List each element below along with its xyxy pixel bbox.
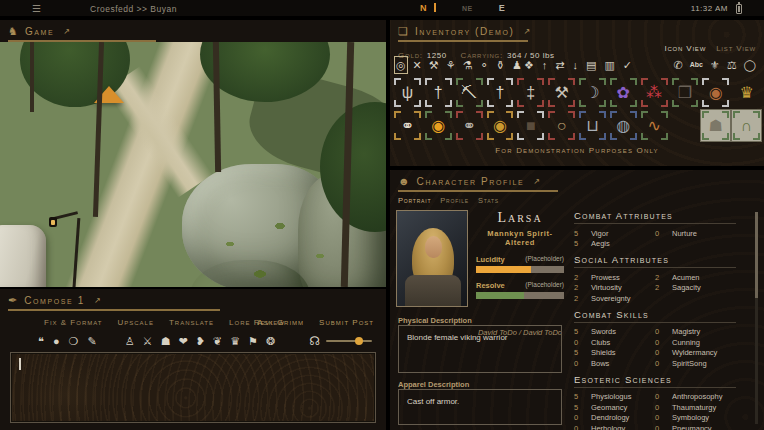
inventory-item-silver-tankard[interactable]: ⊔: [577, 109, 608, 142]
tab-portrait[interactable]: Portrait: [398, 196, 431, 205]
globe-icon[interactable]: ❂: [266, 334, 275, 348]
inventory-item-round-shield[interactable]: ◍: [608, 109, 639, 142]
filter-all-icon[interactable]: ◎: [396, 58, 406, 72]
physical-description-box[interactable]: Blonde female viking warrior: [398, 325, 562, 373]
inventory-item-crocus-flowers[interactable]: ✿: [608, 76, 639, 109]
menu-item-translate[interactable]: Translate: [169, 318, 214, 327]
crown-icon[interactable]: ♛: [230, 334, 240, 348]
gold-crown-glyph: ♛: [739, 85, 753, 101]
menu-item-fix-format[interactable]: Fix & Format: [44, 318, 102, 327]
stat-value: 2: [655, 283, 672, 292]
inventory-expand-icon[interactable]: ↗: [524, 27, 531, 36]
shield-icon[interactable]: ☗: [161, 334, 171, 348]
inventory-item-sling-stones[interactable]: ⚭: [454, 109, 485, 142]
inventory-item-green-hood[interactable]: ∩: [731, 109, 762, 142]
speech-bubble-icon[interactable]: ❍: [69, 334, 79, 348]
game-expand-icon[interactable]: ↗: [63, 27, 70, 36]
inspect-icon[interactable]: ✆: [673, 58, 682, 72]
compass-point-e[interactable]: E: [499, 3, 506, 13]
tone-slider[interactable]: [326, 340, 372, 342]
inventory-item-linen-tunic[interactable]: ☗: [700, 109, 731, 142]
view-option-list-view[interactable]: List View: [716, 44, 756, 53]
view-option-icon-view[interactable]: Icon View: [664, 44, 706, 53]
quote-icon[interactable]: ❝: [38, 334, 44, 348]
action-ask-grimm[interactable]: Ask Grimm: [257, 318, 304, 327]
stats-scrollbar[interactable]: [755, 212, 758, 424]
inventory-item-sword[interactable]: †: [485, 76, 516, 109]
compass-point-n[interactable]: N: [420, 3, 436, 13]
equip-icon[interactable]: ⚜: [710, 58, 720, 72]
inventory-item-sickle[interactable]: ☽: [577, 76, 608, 109]
person-icon[interactable]: ♙: [125, 334, 135, 348]
filter-weapons-icon[interactable]: ✕: [413, 58, 422, 72]
falcon-icon[interactable]: ✓: [623, 58, 632, 72]
inventory-slot-empty[interactable]: [670, 109, 701, 142]
inventory-item-copper-medallion[interactable]: ◉: [700, 76, 731, 109]
weigh-icon[interactable]: ⚖: [727, 58, 737, 72]
filled-bubble-icon[interactable]: ●: [53, 334, 60, 348]
manifest-icon[interactable]: ▥: [604, 58, 614, 72]
inventory-item-skewers[interactable]: ψ: [392, 76, 423, 109]
slot-bracket: [702, 133, 709, 140]
character-portrait[interactable]: [396, 210, 468, 307]
hand-heart-icon[interactable]: ❥: [196, 334, 205, 348]
inventory-item-bird-nest-eggs[interactable]: ⚭: [392, 109, 423, 142]
rename-icon[interactable]: Abc: [690, 58, 703, 72]
money-bag-icon[interactable]: ❖: [524, 58, 534, 72]
inventory-item-ring[interactable]: ○: [546, 109, 577, 142]
compass-point-ne[interactable]: NE: [462, 5, 473, 12]
filter-alchemy-icon[interactable]: ⚗: [463, 58, 473, 72]
inventory-item-dried-root[interactable]: ∿: [639, 109, 670, 142]
slot-bracket: [456, 100, 463, 107]
breadcrumb[interactable]: Croesfedd >> Buyan: [90, 4, 177, 14]
stats-scrollbar-thumb[interactable]: [755, 212, 758, 298]
stat-row-aegis: 5Aegis: [574, 239, 655, 250]
green-hood-glyph: ∩: [741, 118, 753, 134]
action-submit-post[interactable]: Submit Post: [319, 318, 374, 327]
tone-dial-icon[interactable]: ☊: [309, 334, 320, 348]
deposit-icon[interactable]: ↑: [542, 58, 548, 72]
tab-stats[interactable]: Stats: [478, 196, 499, 205]
apparel-description-box[interactable]: Cast off armor.: [398, 389, 562, 425]
bar-fill-lucidity: [476, 266, 531, 273]
sort-icon[interactable]: ◯: [744, 58, 756, 72]
slot-bracket: [425, 78, 432, 85]
flag-icon[interactable]: ⚑: [248, 334, 258, 348]
bar-track-resolve[interactable]: [476, 292, 564, 299]
compose-text-area[interactable]: [10, 352, 376, 423]
heart-icon[interactable]: ❤: [179, 334, 188, 348]
withdraw-icon[interactable]: ↓: [573, 58, 579, 72]
filter-tools-icon[interactable]: ⚒: [429, 58, 439, 72]
black-book-glyph: ❒: [678, 85, 692, 101]
bar-track-lucidity[interactable]: [476, 266, 564, 273]
inventory-item-black-book[interactable]: ❒: [670, 76, 701, 109]
menu-icon[interactable]: ☰: [32, 3, 41, 14]
tab-profile[interactable]: Profile: [440, 196, 469, 205]
compose-expand-icon[interactable]: ↗: [94, 296, 101, 305]
character-profile-panel: ☻ Character Profile ↗ PortraitProfileSta…: [390, 170, 764, 430]
crossed-swords-icon[interactable]: ⚔: [143, 334, 153, 348]
stat-value: 0: [574, 413, 591, 422]
inventory-item-longsword[interactable]: †: [423, 76, 454, 109]
inventory-item-pickaxe[interactable]: ⛏: [454, 76, 485, 109]
inventory-item-red-berries[interactable]: ⁂: [639, 76, 670, 109]
inventory-item-leather-wallet[interactable]: ■: [515, 109, 546, 142]
stat-label: Acumen: [672, 273, 700, 282]
leather-wallet-glyph: ■: [526, 118, 536, 134]
tone-slider-thumb[interactable]: [355, 337, 363, 345]
chest-icon[interactable]: ▤: [586, 58, 596, 72]
dove-icon[interactable]: ❦: [213, 334, 222, 348]
character-expand-icon[interactable]: ↗: [533, 177, 540, 186]
inventory-item-gold-coin[interactable]: ◉: [485, 109, 516, 142]
inventory-item-gold-crown[interactable]: ♛: [731, 76, 762, 109]
inventory-item-dagger[interactable]: ‡: [515, 76, 546, 109]
slot-bracket: [702, 100, 709, 107]
game-viewport[interactable]: [0, 42, 386, 287]
linen-tunic-glyph: ☗: [709, 118, 723, 134]
trade-icon[interactable]: ⇄: [555, 58, 564, 72]
pen-icon[interactable]: ✎: [87, 334, 96, 348]
inventory-item-fried-egg[interactable]: ◉: [423, 109, 454, 142]
menu-item-upscale[interactable]: Upscale: [117, 318, 153, 327]
inventory-item-hammer[interactable]: ⚒: [546, 76, 577, 109]
filter-crafting-icon[interactable]: ⚘: [446, 58, 456, 72]
